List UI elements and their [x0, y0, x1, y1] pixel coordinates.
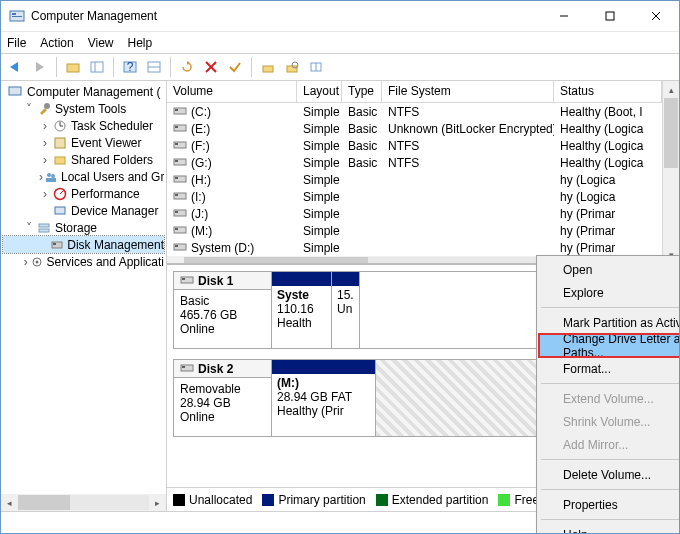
- list-icon[interactable]: [143, 56, 165, 78]
- maximize-button[interactable]: [587, 1, 633, 31]
- context-menu: Open Explore Mark Partition as Active Ch…: [536, 255, 680, 534]
- svg-rect-44: [175, 109, 178, 111]
- tool-icon-3[interactable]: [305, 56, 327, 78]
- computer-icon: [8, 84, 24, 100]
- tool-icon-1[interactable]: [257, 56, 279, 78]
- svg-rect-29: [55, 138, 65, 148]
- device-icon: [52, 203, 68, 219]
- menu-file[interactable]: File: [7, 36, 26, 50]
- svg-rect-30: [55, 157, 65, 164]
- chevron-right-icon[interactable]: ›: [39, 137, 51, 149]
- window-title: Computer Management: [31, 9, 541, 23]
- volume-row[interactable]: (I:)Simplehy (Logica: [167, 188, 662, 205]
- volume-row[interactable]: (H:)Simplehy (Logica: [167, 171, 662, 188]
- menu-action[interactable]: Action: [40, 36, 73, 50]
- tree-performance[interactable]: ›Performance: [3, 185, 164, 202]
- partition[interactable]: Syste110.16Health: [272, 272, 332, 348]
- tree-task-scheduler[interactable]: ›Task Scheduler: [3, 117, 164, 134]
- tree-event-viewer[interactable]: ›Event Viewer: [3, 134, 164, 151]
- ctx-extend: Extend Volume...: [539, 387, 680, 410]
- help-icon[interactable]: ?: [119, 56, 141, 78]
- volume-row[interactable]: (E:)SimpleBasicUnknown (BitLocker Encryp…: [167, 120, 662, 137]
- volume-row[interactable]: (F:)SimpleBasicNTFSHealthy (Logica: [167, 137, 662, 154]
- chevron-right-icon[interactable]: ›: [39, 154, 51, 166]
- svg-rect-62: [182, 278, 185, 280]
- disk-icon: [180, 362, 194, 376]
- volume-row[interactable]: (G:)SimpleBasicNTFSHealthy (Logica: [167, 154, 662, 171]
- disk-info: Disk 2Removable28.94 GBOnline: [174, 360, 272, 436]
- app-icon: [9, 8, 25, 24]
- svg-rect-24: [9, 87, 21, 95]
- minimize-button[interactable]: [541, 1, 587, 31]
- svg-rect-10: [91, 62, 103, 72]
- back-button[interactable]: [5, 56, 27, 78]
- forward-button[interactable]: [29, 56, 51, 78]
- list-v-scrollbar[interactable]: ▴▾: [662, 81, 679, 263]
- chevron-right-icon[interactable]: ›: [39, 120, 51, 132]
- chevron-right-icon[interactable]: ›: [39, 188, 51, 200]
- svg-rect-38: [39, 229, 49, 232]
- delete-icon[interactable]: [200, 56, 222, 78]
- chevron-down-icon[interactable]: ˅: [23, 222, 35, 234]
- disk-icon: [173, 156, 187, 170]
- volume-row[interactable]: (J:)Simplehy (Primar: [167, 205, 662, 222]
- partition[interactable]: 15.Un: [332, 272, 360, 348]
- svg-rect-64: [182, 366, 185, 368]
- close-button[interactable]: [633, 1, 679, 31]
- column-type[interactable]: Type: [342, 81, 382, 102]
- chevron-right-icon[interactable]: ›: [39, 171, 43, 183]
- volume-row[interactable]: (C:)SimpleBasicNTFSHealthy (Boot, I: [167, 103, 662, 120]
- tree-h-scrollbar[interactable]: ◂▸: [1, 494, 166, 511]
- disk-icon: [50, 237, 64, 253]
- clock-icon: [52, 118, 68, 134]
- ctx-delete[interactable]: Delete Volume...: [539, 463, 680, 486]
- disk-icon: [173, 122, 187, 136]
- chevron-right-icon[interactable]: ›: [23, 256, 29, 268]
- tree-shared-folders[interactable]: ›Shared Folders: [3, 151, 164, 168]
- volume-row[interactable]: (M:)Simplehy (Primar: [167, 222, 662, 239]
- tree-device-manager[interactable]: Device Manager: [3, 202, 164, 219]
- folder-up-icon[interactable]: [62, 56, 84, 78]
- column-status[interactable]: Status: [554, 81, 662, 102]
- ctx-help[interactable]: Help: [539, 523, 680, 534]
- volume-row[interactable]: System (D:)Simplehy (Primar: [167, 239, 662, 256]
- chevron-down-icon[interactable]: ˅: [23, 103, 35, 115]
- svg-text:?: ?: [127, 60, 134, 74]
- ctx-open[interactable]: Open: [539, 258, 680, 281]
- ctx-properties[interactable]: Properties: [539, 493, 680, 516]
- ctx-change-drive-letter[interactable]: Change Drive Letter and Paths...: [539, 334, 680, 357]
- svg-rect-1: [12, 13, 16, 15]
- disk-icon: [180, 274, 194, 288]
- ctx-format[interactable]: Format...: [539, 357, 680, 380]
- storage-icon: [36, 220, 52, 236]
- tools-icon: [36, 101, 52, 117]
- column-volume[interactable]: Volume: [167, 81, 297, 102]
- tool-icon-2[interactable]: [281, 56, 303, 78]
- ctx-explore[interactable]: Explore: [539, 281, 680, 304]
- tree-local-users[interactable]: ›Local Users and Gr: [3, 168, 164, 185]
- tree-storage[interactable]: ˅Storage: [3, 219, 164, 236]
- tree-services[interactable]: ›Services and Applicati: [3, 253, 164, 270]
- column-filesystem[interactable]: File System: [382, 81, 554, 102]
- menu-view[interactable]: View: [88, 36, 114, 50]
- disk-icon: [173, 139, 187, 153]
- svg-rect-20: [287, 66, 297, 72]
- column-layout[interactable]: Layout: [297, 81, 342, 102]
- svg-rect-36: [55, 207, 65, 214]
- check-icon[interactable]: [224, 56, 246, 78]
- svg-marker-8: [36, 62, 44, 72]
- refresh-icon[interactable]: [176, 56, 198, 78]
- tree-system-tools[interactable]: ˅System Tools: [3, 100, 164, 117]
- svg-line-35: [60, 191, 63, 194]
- panel-icon[interactable]: [86, 56, 108, 78]
- tree-root[interactable]: Computer Management (: [3, 83, 164, 100]
- menu-help[interactable]: Help: [128, 36, 153, 50]
- disk-icon: [173, 173, 187, 187]
- svg-rect-33: [46, 178, 56, 182]
- svg-rect-19: [263, 66, 273, 72]
- svg-rect-52: [175, 177, 178, 179]
- tree-disk-management[interactable]: Disk Management: [3, 236, 164, 253]
- disk-icon: [173, 241, 187, 255]
- partition[interactable]: (M:)28.94 GB FATHealthy (Prir: [272, 360, 376, 436]
- svg-point-25: [44, 103, 50, 109]
